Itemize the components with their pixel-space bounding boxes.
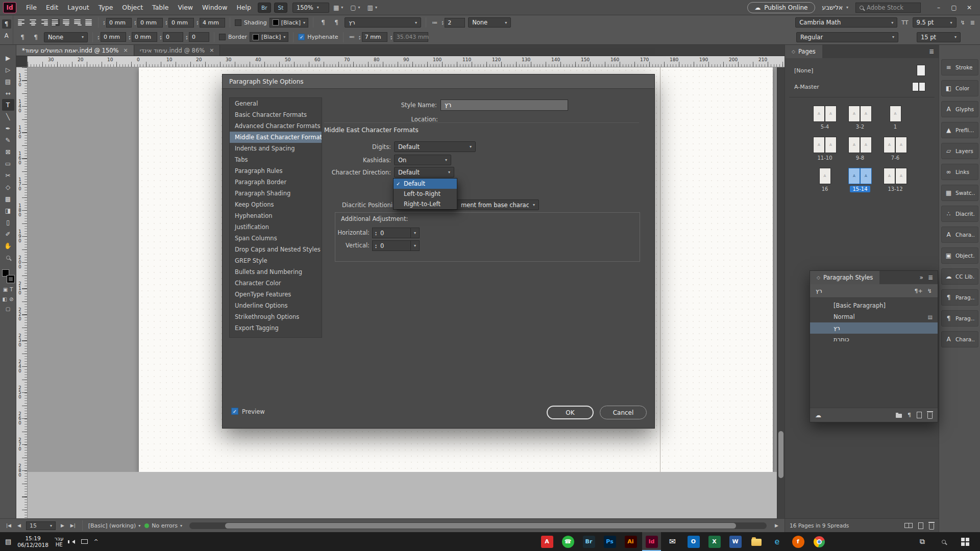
gradient-swatch-tool[interactable]: ▩ <box>2 193 14 205</box>
style-name-input[interactable]: רץ <box>440 99 568 111</box>
collapse-panel-icon[interactable]: » <box>920 274 928 281</box>
field-last-line-indent[interactable]: ▴▾0 mm <box>129 32 157 42</box>
field-span-columns[interactable]: ▴▾ 2 <box>442 18 465 28</box>
ok-button[interactable]: OK <box>547 406 594 419</box>
delete-spread-icon[interactable] <box>929 523 934 530</box>
panel-button-character-styles[interactable]: AChara... <box>941 331 978 347</box>
screen-mode-icon[interactable]: ▢ <box>6 306 10 312</box>
preflight-status[interactable]: No errors ▾ <box>144 522 182 529</box>
digits-dropdown[interactable]: Default ▾ <box>394 141 476 152</box>
formatting-affects-text-icon[interactable]: T <box>10 287 13 292</box>
cc-sync-icon[interactable]: ☁ <box>815 412 821 419</box>
page-spread-13-12[interactable]: AA13-12 <box>880 168 911 192</box>
taskbar-chrome[interactable] <box>810 532 828 551</box>
dialog-section-justification[interactable]: Justification <box>230 221 322 233</box>
page-spread-3-2[interactable]: AA3-2 <box>845 106 875 130</box>
dialog-section-tabs[interactable]: Tabs <box>230 154 322 165</box>
dialog-section-paragraph-shading[interactable]: Paragraph Shading <box>230 188 322 199</box>
align-away-spine-icon[interactable]: ¶ <box>31 32 41 42</box>
paragraph-styles-tab[interactable]: ◇ Paragraph Styles <box>810 271 879 284</box>
field-left-indent[interactable]: ▴▾0 mm <box>103 18 132 28</box>
taskbar-bridge[interactable]: Br <box>579 532 598 551</box>
document-tab-2[interactable]: עימוד אינדי.indd @ 86% × <box>134 45 220 56</box>
dialog-section-span-columns[interactable]: Span Columns <box>230 233 322 244</box>
span-columns-mode-combo[interactable]: None ▾ <box>468 17 511 28</box>
dialog-section-advanced-character-formats[interactable]: Advanced Character Formats <box>230 120 322 132</box>
panel-button-diacritics[interactable]: ∴Diacrit... <box>941 206 978 222</box>
dialog-section-character-color[interactable]: Character Color <box>230 278 322 289</box>
pen-tool[interactable]: ✒ <box>2 122 14 134</box>
free-transform-tool[interactable]: ◇ <box>2 181 14 193</box>
direction-option-right-to-left[interactable]: Right-to-Left <box>394 199 457 209</box>
dialog-section-drop-caps-and-nested-styles[interactable]: Drop Caps and Nested Styles <box>230 244 322 255</box>
taskbar-clock[interactable]: 15:19 06/12/2018 <box>17 535 48 548</box>
dialog-section-bullets-and-numbering[interactable]: Bullets and Numbering <box>230 266 322 278</box>
bullet-list-icon[interactable]: ≔ <box>431 19 438 26</box>
page-spread-16[interactable]: A16 <box>810 168 840 192</box>
dialog-section-basic-character-formats[interactable]: Basic Character Formats <box>230 109 322 120</box>
hidden-icons-chevron[interactable]: ^ <box>94 538 99 545</box>
vertical-ruler[interactable]: 1301401501601701801902002102202302402502… <box>16 67 28 518</box>
rectangle-frame-tool[interactable]: ⊠ <box>2 146 14 158</box>
menu-window[interactable]: Window <box>198 0 232 15</box>
list-type-combo[interactable]: None ▾ <box>44 32 88 42</box>
font-family-combo[interactable]: Cambria Math ▾ <box>795 17 897 28</box>
paragraph-direction-ltr-icon[interactable]: ¶ <box>318 18 328 28</box>
dialog-section-keep-options[interactable]: Keep Options <box>230 199 322 210</box>
vertical-units-dropdown[interactable]: ▾ <box>411 240 420 251</box>
page-spread-5-4[interactable]: AA5-4 <box>810 106 840 130</box>
edit-spread-icon[interactable] <box>904 523 913 528</box>
note-tool[interactable]: ▯ <box>2 216 14 228</box>
shading-checkbox[interactable] <box>235 19 241 26</box>
pencil-tool[interactable]: ✎ <box>2 134 14 146</box>
paragraph-style-item[interactable]: רץ <box>810 322 938 334</box>
taskbar-whatsapp[interactable]: ☎ <box>558 532 577 551</box>
quick-apply-icon[interactable]: ↯ <box>960 19 966 26</box>
panel-button-object-styles[interactable]: ▣Object... <box>941 247 978 264</box>
taskbar-acrobat[interactable]: A <box>537 532 556 551</box>
view-options-button[interactable]: ▦ ▾ <box>330 3 346 13</box>
justify-last-left-icon[interactable] <box>51 19 60 26</box>
taskbar-illustrator[interactable]: Ai <box>621 532 640 551</box>
taskbar-excel[interactable]: X <box>705 532 724 551</box>
paragraph-style-item[interactable]: [Basic Paragraph] <box>810 300 938 311</box>
align-right-icon[interactable] <box>40 19 48 26</box>
page-spread-9-8[interactable]: AA9-8 <box>845 137 875 161</box>
screen-mode-button[interactable]: ▢ ▾ <box>347 3 363 13</box>
paragraph-style-combo[interactable]: רץ ▾ <box>345 17 421 28</box>
spinner-icon[interactable]: ▴▾ <box>375 243 377 248</box>
menu-object[interactable]: Object <box>117 0 148 15</box>
taskbar-mail[interactable]: ✉ <box>663 532 682 551</box>
dialog-section-hyphenation[interactable]: Hyphenation <box>230 210 322 221</box>
direction-option-default[interactable]: ✓Default <box>394 179 457 189</box>
type-tool[interactable]: T <box>2 99 14 111</box>
character-formatting-toggle[interactable]: A <box>2 31 11 40</box>
next-page-button[interactable]: ▶ <box>60 523 65 528</box>
taskbar-search[interactable] <box>933 532 954 551</box>
horizontal-ruler[interactable]: 3020100102030405060708090100110120130140… <box>28 56 785 67</box>
page-number-combo[interactable]: 15 ▾ <box>26 521 56 530</box>
field-right-indent[interactable]: ▴▾0 mm <box>97 32 126 42</box>
rectangle-tool[interactable]: ▭ <box>2 158 14 169</box>
menu-table[interactable]: Table <box>148 0 173 15</box>
dialog-section-opentype-features[interactable]: OpenType Features <box>230 289 322 300</box>
page-tool[interactable]: ▤ <box>2 76 14 87</box>
paragraph-style-item[interactable]: Normal▤ <box>810 311 938 322</box>
font-style-combo[interactable]: Regular ▾ <box>796 32 898 42</box>
kashidas-dropdown[interactable]: On ▾ <box>394 155 451 165</box>
character-direction-dropdown[interactable]: Default ▾ <box>394 167 454 178</box>
panel-button-cc-libraries[interactable]: ☁CC Lib... <box>941 268 978 285</box>
panel-button-paragraph-styles[interactable]: ¶Parag... <box>941 310 978 327</box>
menu-edit[interactable]: Edit <box>41 0 63 15</box>
fill-stroke-swatches[interactable] <box>2 269 14 283</box>
field-first-line-indent[interactable]: ▴▾0 mm <box>134 18 163 28</box>
style-group-icon[interactable] <box>896 414 902 418</box>
taskbar-explorer[interactable] <box>747 532 766 551</box>
panel-button-paragraph[interactable]: ¶Parag... <box>941 289 978 306</box>
horizontal-units-dropdown[interactable]: ▾ <box>411 228 420 238</box>
direct-selection-tool[interactable]: ▷ <box>2 64 14 76</box>
tab-close-icon[interactable]: × <box>209 47 214 54</box>
panel-button-stroke[interactable]: ≡Stroke <box>941 59 978 76</box>
paragraph-direction-rtl-icon[interactable]: ¶ <box>331 18 341 28</box>
direction-option-left-to-right[interactable]: Left-to-Right <box>394 189 457 199</box>
